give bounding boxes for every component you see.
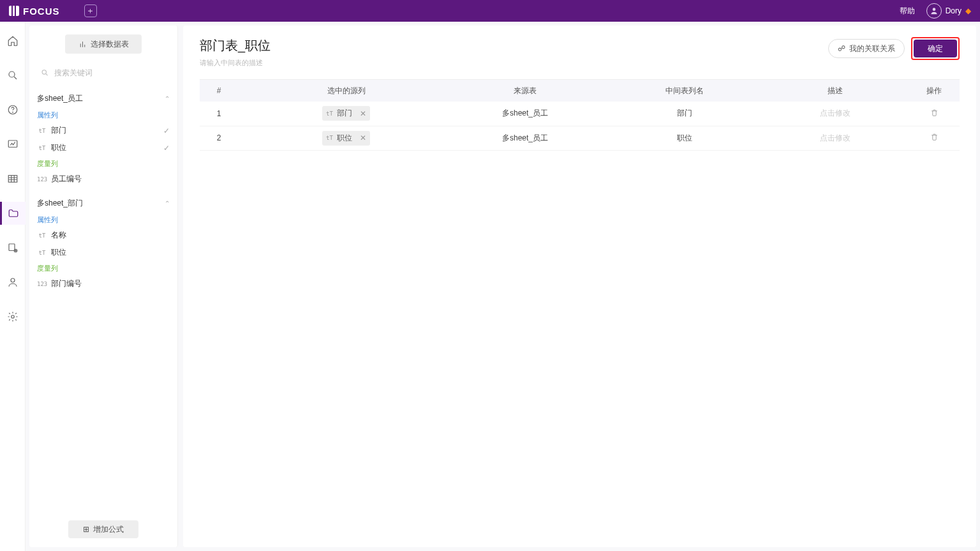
avatar-icon	[926, 3, 942, 19]
topbar-right: 帮助 Dory ◆	[900, 3, 971, 19]
add-formula-label: 增加公式	[93, 524, 124, 535]
desc-placeholder: 点击修改	[820, 133, 850, 142]
chip-label: 职位	[337, 133, 352, 144]
bars-icon	[78, 40, 87, 49]
type-text-icon: tT	[326, 110, 333, 117]
cell-desc[interactable]: 点击修改	[761, 126, 909, 150]
brand-logo[interactable]: FOCUS	[9, 6, 60, 17]
tree-group-name: 多sheet_员工	[37, 93, 83, 104]
delete-button[interactable]	[930, 134, 939, 143]
svg-point-2	[12, 112, 13, 112]
source-chip[interactable]: tT职位✕	[322, 131, 370, 146]
check-icon: ✓	[163, 126, 170, 135]
cell-mid-name[interactable]: 职位	[608, 126, 761, 150]
page-subtitle[interactable]: 请输入中间表的描述	[200, 58, 271, 68]
cell-op	[909, 126, 960, 150]
tree-column[interactable]: tT职位	[34, 244, 172, 261]
add-formula-button[interactable]: ⊞ 增加公式	[68, 520, 138, 538]
add-button[interactable]: ＋	[84, 4, 97, 17]
cell-index: 2	[200, 126, 238, 150]
trash-icon	[930, 133, 939, 141]
tree-section-meas: 度量列	[34, 156, 172, 170]
cell-source-table: 多sheet_员工	[442, 126, 608, 150]
tree-column[interactable]: 123部门编号	[34, 275, 172, 292]
tree-column[interactable]: 123员工编号	[34, 170, 172, 188]
plus-square-icon: ⊞	[83, 525, 89, 534]
brand-text: FOCUS	[23, 6, 60, 17]
close-icon[interactable]: ✕	[360, 109, 366, 118]
main-panel: 部门表_职位 请输入中间表的描述 ☍ 我的关联关系 确定 #	[183, 26, 976, 547]
table-row: 2tT职位✕多sheet_员工职位点击修改	[200, 126, 960, 150]
close-icon[interactable]: ✕	[360, 133, 366, 142]
tree-column-name: 职位	[51, 142, 66, 153]
cell-source-table: 多sheet_员工	[442, 102, 608, 126]
trash-icon	[930, 109, 939, 117]
topbar: FOCUS ＋ 帮助 Dory ◆	[0, 0, 980, 22]
tree-column[interactable]: tT职位✓	[34, 139, 172, 156]
plus-icon: ＋	[86, 5, 94, 17]
tree-group-title[interactable]: 多sheet_员工⌃	[34, 89, 172, 108]
chevron-up-icon: ⌃	[165, 95, 170, 102]
rail-table[interactable]	[0, 167, 26, 190]
main-header: 部门表_职位 请输入中间表的描述 ☍ 我的关联关系 确定	[200, 37, 960, 68]
column-tree: 多sheet_员工⌃属性列tT部门✓tT职位✓度量列123员工编号多sheet_…	[29, 89, 177, 515]
search-icon	[41, 68, 49, 77]
cell-desc[interactable]: 点击修改	[761, 102, 909, 126]
mapping-table: # 选中的源列 来源表 中间表列名 描述 操作 1tT部门✕多sheet_员工部…	[200, 80, 960, 151]
tree-group-name: 多sheet_部门	[37, 198, 83, 209]
tree-column[interactable]: tT部门✓	[34, 122, 172, 139]
cell-index: 1	[200, 102, 238, 126]
rail-folder[interactable]	[0, 202, 26, 225]
rail-datasource[interactable]	[0, 236, 26, 259]
user-menu[interactable]: Dory ◆	[926, 3, 971, 19]
type-text-icon: tT	[37, 128, 47, 134]
rail-user[interactable]	[0, 271, 26, 294]
col-header-desc: 描述	[761, 80, 909, 102]
col-header-source-tbl: 来源表	[442, 80, 608, 102]
chevron-up-icon: ⌃	[165, 200, 170, 207]
my-relations-button[interactable]: ☍ 我的关联关系	[828, 39, 905, 58]
side-panel: 选择数据表 多sheet_员工⌃属性列tT部门✓tT职位✓度量列123员工编号多…	[29, 26, 178, 547]
confirm-label: 确定	[928, 43, 943, 54]
type-text-icon: tT	[37, 145, 47, 151]
confirm-highlight: 确定	[911, 37, 960, 60]
tree-column[interactable]: tT名称	[34, 227, 172, 244]
search-input[interactable]	[53, 68, 166, 78]
table-row: 1tT部门✕多sheet_员工部门点击修改	[200, 102, 960, 126]
check-icon: ✓	[163, 144, 170, 153]
tree-column-name: 职位	[51, 247, 66, 258]
svg-point-7	[11, 278, 15, 282]
tree-column-name: 部门编号	[51, 278, 82, 289]
brand-mark-icon	[9, 6, 19, 16]
diamond-icon: ◆	[965, 6, 971, 15]
col-header-midname: 中间表列名	[608, 80, 761, 102]
rail-home[interactable]	[0, 29, 26, 52]
col-header-op: 操作	[909, 80, 960, 102]
tree-column-name: 名称	[51, 230, 66, 241]
rail-chart[interactable]	[0, 133, 26, 156]
cell-op	[909, 102, 960, 126]
user-name: Dory	[946, 6, 961, 15]
type-text-icon: tT	[37, 250, 47, 256]
select-datasource-label: 选择数据表	[91, 39, 129, 50]
svg-point-8	[11, 315, 14, 319]
svg-point-9	[42, 70, 46, 74]
select-datasource-button[interactable]: 选择数据表	[65, 34, 142, 54]
search-box[interactable]	[37, 64, 170, 82]
tree-section-attr: 属性列	[34, 108, 172, 122]
link-icon: ☍	[838, 44, 845, 53]
rail-search[interactable]	[0, 64, 26, 87]
rail-settings[interactable]	[0, 305, 26, 328]
tree-group-title[interactable]: 多sheet_部门⌃	[34, 194, 172, 213]
type-text-icon: tT	[326, 135, 333, 141]
rail-help[interactable]	[0, 98, 26, 121]
help-link[interactable]: 帮助	[900, 6, 915, 17]
tree-section-attr: 属性列	[34, 213, 172, 227]
delete-button[interactable]	[930, 110, 939, 119]
cell-mid-name[interactable]: 部门	[608, 102, 761, 126]
source-chip[interactable]: tT部门✕	[322, 106, 370, 121]
type-text-icon: tT	[37, 232, 47, 239]
cell-source: tT职位✕	[238, 126, 442, 150]
tree-column-name: 部门	[51, 125, 66, 136]
confirm-button[interactable]: 确定	[914, 40, 957, 57]
